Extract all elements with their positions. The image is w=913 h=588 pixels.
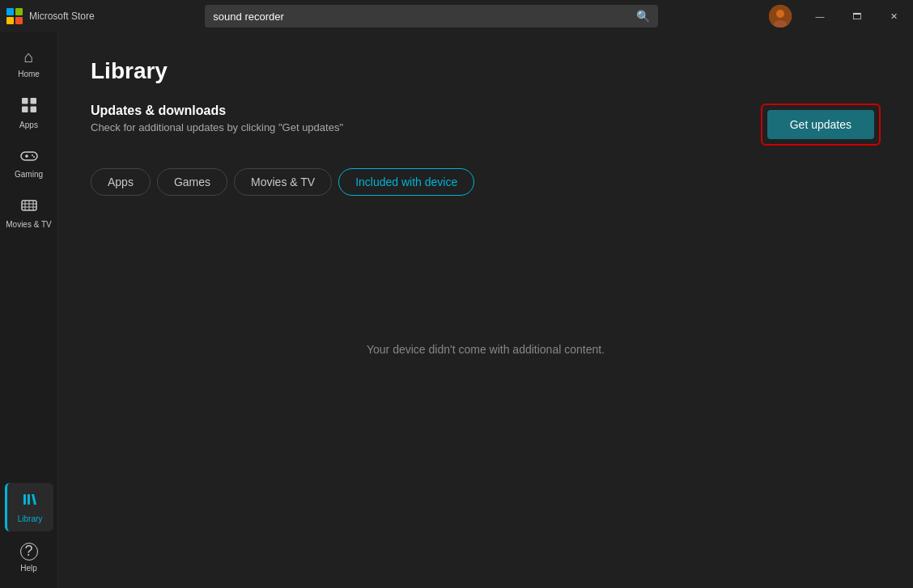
tab-movies[interactable]: Movies & TV — [234, 168, 332, 196]
help-icon: ? — [20, 543, 38, 561]
app-title: Microsoft Store — [29, 11, 95, 22]
svg-rect-2 — [6, 17, 14, 24]
library-tabs: Apps Games Movies & TV Included with dev… — [91, 168, 881, 196]
title-bar-left: Microsoft Store — [6, 8, 95, 24]
tab-included[interactable]: Included with device — [338, 168, 474, 196]
library-icon — [22, 491, 38, 511]
svg-point-15 — [33, 156, 35, 158]
svg-rect-11 — [21, 152, 37, 160]
title-bar-right: — 🗖 ✕ — [769, 0, 913, 32]
get-updates-highlight: Get updates — [761, 104, 881, 146]
svg-rect-9 — [22, 107, 28, 113]
updates-heading: Updates & downloads — [91, 104, 343, 118]
movies-icon — [21, 198, 37, 217]
sidebar-item-movies[interactable]: Movies & TV — [5, 189, 53, 238]
library-label: Library — [18, 514, 43, 523]
svg-rect-7 — [22, 98, 28, 104]
main-content: Library Updates & downloads Check for ad… — [58, 32, 913, 588]
close-button[interactable]: ✕ — [876, 0, 913, 32]
store-logo-icon — [6, 8, 23, 24]
svg-point-5 — [776, 10, 784, 18]
svg-rect-8 — [30, 98, 36, 104]
app-body: ⌂ Home Apps — [0, 32, 913, 588]
svg-rect-3 — [15, 17, 23, 24]
empty-message: Your device didn't come with additional … — [367, 343, 605, 356]
get-updates-button[interactable]: Get updates — [767, 110, 874, 139]
svg-rect-1 — [15, 8, 23, 15]
sidebar: ⌂ Home Apps — [0, 32, 58, 588]
title-bar: Microsoft Store 🔍 — 🗖 ✕ — [0, 0, 913, 32]
sidebar-item-gaming[interactable]: Gaming — [5, 139, 53, 188]
svg-rect-23 — [28, 494, 30, 505]
window-controls: — 🗖 ✕ — [801, 0, 913, 32]
updates-info: Updates & downloads Check for additional… — [91, 104, 343, 133]
sidebar-item-library[interactable]: Library — [5, 483, 53, 531]
svg-rect-0 — [6, 8, 14, 15]
home-icon: ⌂ — [23, 48, 33, 66]
sidebar-item-help[interactable]: ? Help — [5, 533, 53, 582]
gaming-icon — [20, 148, 38, 167]
svg-rect-10 — [30, 107, 36, 113]
page-title: Library — [91, 58, 881, 84]
maximize-button[interactable]: 🗖 — [839, 0, 876, 32]
search-input[interactable] — [213, 11, 630, 23]
updates-description: Check for additional updates by clicking… — [91, 121, 343, 133]
sidebar-item-home[interactable]: ⌂ Home — [5, 39, 53, 87]
svg-rect-22 — [23, 494, 26, 505]
sidebar-item-apps[interactable]: Apps — [5, 89, 53, 137]
apps-icon — [21, 97, 37, 117]
svg-point-14 — [32, 154, 33, 156]
minimize-button[interactable]: — — [801, 0, 839, 32]
updates-header: Updates & downloads Check for additional… — [91, 104, 881, 146]
avatar[interactable] — [769, 5, 792, 27]
search-bar[interactable]: 🔍 — [205, 5, 658, 27]
search-icon[interactable]: 🔍 — [636, 10, 650, 23]
tab-apps[interactable]: Apps — [91, 168, 151, 196]
empty-state: Your device didn't come with additional … — [91, 228, 881, 471]
tab-games[interactable]: Games — [157, 168, 227, 196]
